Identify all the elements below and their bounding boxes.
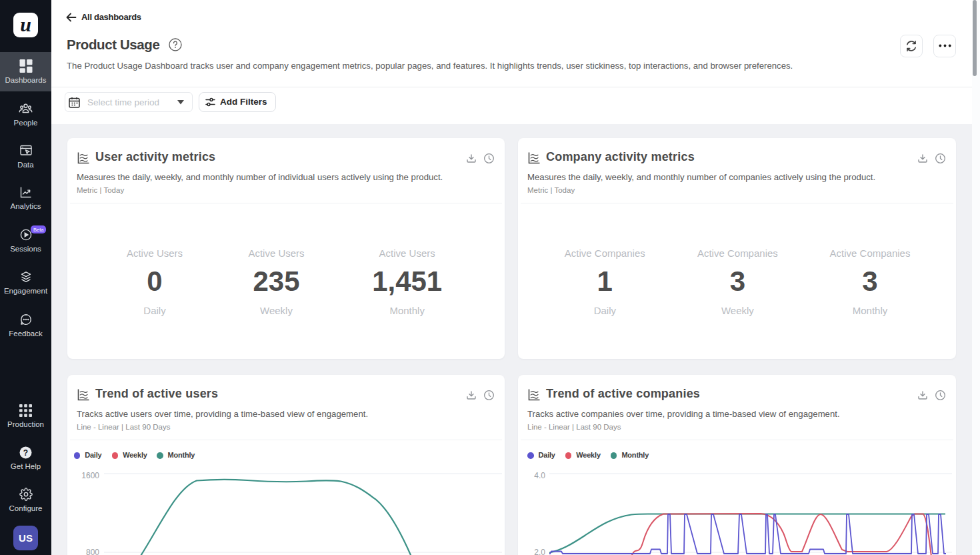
svg-text:?: ? [23,448,28,458]
